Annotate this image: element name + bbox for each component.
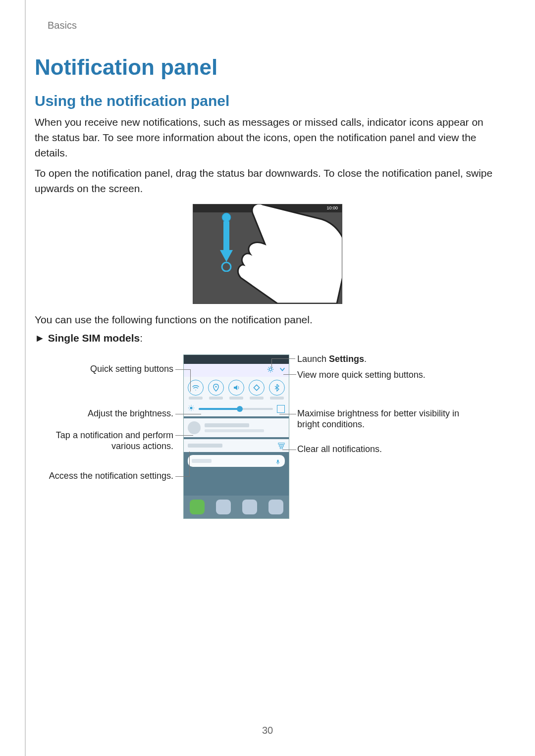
leader-line <box>279 414 296 414</box>
avatar-icon <box>188 421 201 434</box>
page-title: Notification panel <box>35 55 500 80</box>
manual-page: Basics Notification panel Using the noti… <box>0 0 535 756</box>
callout-notification-settings: Access the notification settings. <box>35 470 173 481</box>
callout-tap-notification: Tap a notification and perform various a… <box>35 430 173 452</box>
notification-panel-diagram: Quick setting buttons Adjust the brightn… <box>35 354 500 533</box>
leader-line <box>175 435 193 436</box>
svg-point-5 <box>215 386 217 388</box>
notification-card[interactable] <box>184 418 289 437</box>
svg-rect-6 <box>254 385 259 390</box>
svg-rect-9 <box>279 445 284 447</box>
brightness-icon <box>188 404 195 413</box>
search-bar[interactable] <box>188 455 285 467</box>
app-icon[interactable] <box>190 500 205 514</box>
expand-chevron-icon[interactable] <box>279 366 286 375</box>
leader-line <box>175 414 201 414</box>
leader-line <box>282 450 296 450</box>
app-icon[interactable] <box>242 500 257 514</box>
svg-point-7 <box>190 406 192 409</box>
brightness-slider[interactable] <box>199 408 273 410</box>
callout-brightness: Adjust the brightness. <box>35 408 173 419</box>
single-sim-line: ► Single SIM models: <box>35 332 500 344</box>
phone-status-bar <box>184 355 289 364</box>
rotation-icon[interactable] <box>249 380 265 396</box>
app-icon[interactable] <box>216 500 231 514</box>
bluetooth-icon[interactable] <box>269 380 285 396</box>
running-header: Basics <box>48 20 500 31</box>
settings-gear-icon[interactable] <box>267 366 274 375</box>
app-icon[interactable] <box>268 500 283 514</box>
location-icon[interactable] <box>208 380 224 396</box>
notification-settings-row[interactable] <box>184 439 289 452</box>
svg-rect-11 <box>277 460 279 463</box>
single-sim-label: Single SIM models <box>48 332 140 344</box>
svg-rect-8 <box>278 443 284 445</box>
app-dock <box>184 496 289 518</box>
callout-launch-settings-prefix: Launch <box>297 354 329 364</box>
leader-line <box>271 358 272 368</box>
body-paragraph-3: You can use the following functions on t… <box>35 312 500 327</box>
leader-line <box>189 452 190 476</box>
leader-line <box>175 476 189 477</box>
section-heading: Using the notification panel <box>35 93 500 109</box>
phone-screenshot <box>183 354 289 519</box>
callout-launch-settings: Launch Settings. <box>297 353 446 364</box>
quick-settings-labels <box>184 397 289 402</box>
microphone-icon[interactable] <box>275 458 281 464</box>
colon: : <box>140 332 143 344</box>
leader-line <box>271 358 295 359</box>
sound-icon[interactable] <box>228 380 244 396</box>
svg-rect-10 <box>280 448 282 449</box>
qs-header-row <box>184 364 289 377</box>
callout-quick-settings: Quick setting buttons <box>35 363 173 374</box>
callout-launch-settings-suffix: . <box>364 354 367 364</box>
leader-line <box>283 374 296 375</box>
callout-clear-all: Clear all notifications. <box>297 444 456 454</box>
brightness-max-checkbox[interactable] <box>277 405 285 413</box>
body-paragraph-2: To open the notification panel, drag the… <box>35 165 500 196</box>
left-margin-rule <box>25 0 26 756</box>
page-number: 30 <box>0 725 535 736</box>
leader-line <box>175 369 190 370</box>
quick-settings-row <box>184 377 289 397</box>
callout-launch-settings-bold: Settings <box>329 354 364 364</box>
callout-view-more: View more quick setting buttons. <box>297 369 456 380</box>
clear-all-icon[interactable] <box>278 442 285 449</box>
svg-point-4 <box>269 368 271 370</box>
callout-maximise-brightness: Maximise brightness for better visibilit… <box>297 408 466 430</box>
body-paragraph-1: When you receive new notifications, such… <box>35 114 500 160</box>
leader-line <box>190 369 191 392</box>
swipe-down-illustration: 10:00 <box>193 204 342 304</box>
play-triangle-icon: ► <box>35 332 45 344</box>
hand-icon <box>223 204 342 304</box>
